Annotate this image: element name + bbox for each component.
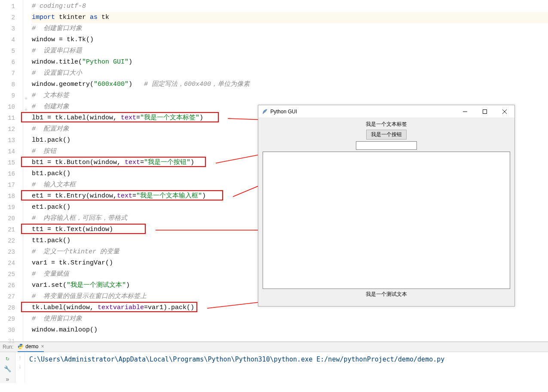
tk-label-var: 我是一个测试文本 <box>258 291 514 298</box>
run-toolwindow-header[interactable]: Run: demo × <box>0 342 548 352</box>
rerun-icon[interactable]: ↻ <box>6 355 9 362</box>
code-editor[interactable]: 12345678910 11121314151617181920 2122232… <box>0 0 548 342</box>
close-tab-icon[interactable]: × <box>41 343 44 349</box>
fold-indicator[interactable]: ⊖ <box>25 93 27 104</box>
tk-button[interactable]: 我是一个按钮 <box>366 130 407 140</box>
tk-entry[interactable] <box>356 141 417 150</box>
console-output[interactable]: C:\Users\Administrator\AppData\Local\Pro… <box>25 352 548 383</box>
tk-feather-icon <box>262 109 268 115</box>
fold-indicator[interactable]: ⊖ <box>25 104 27 115</box>
python-file-icon <box>18 343 24 349</box>
settings-icon[interactable]: 🔧 <box>4 365 11 373</box>
window-body: 我是一个文本标签 我是一个按钮 我是一个测试文本 <box>258 118 514 298</box>
tkinter-window[interactable]: Python GUI 我是一个文本标签 我是一个按钮 我是一个测试文本 <box>258 105 515 307</box>
line-number-gutter: 12345678910 11121314151617181920 2122232… <box>0 0 23 341</box>
maximize-button[interactable] <box>475 105 495 118</box>
down-arrow-icon[interactable]: ↓ <box>18 363 21 370</box>
up-arrow-icon[interactable]: ↑ <box>18 355 21 362</box>
run-toolwindow-body: ↻ 🔧 » ↑ ↓ C:\Users\Administrator\AppData… <box>0 352 548 383</box>
code-comment: # coding:utf-8 <box>32 3 86 10</box>
minimize-button[interactable] <box>455 105 475 118</box>
tk-label: 我是一个文本标签 <box>258 121 514 128</box>
svg-rect-6 <box>483 109 487 113</box>
window-titlebar[interactable]: Python GUI <box>258 105 514 118</box>
svg-point-9 <box>20 344 20 345</box>
tk-text-widget[interactable] <box>263 152 510 289</box>
run-tab-label: demo <box>25 343 38 349</box>
run-tab[interactable]: demo × <box>18 342 44 352</box>
run-nav-gutter: ↑ ↓ <box>15 352 25 383</box>
more-icon[interactable]: » <box>6 376 9 383</box>
close-button[interactable] <box>495 105 514 118</box>
run-action-gutter: ↻ 🔧 » <box>0 352 15 383</box>
svg-point-10 <box>21 348 21 349</box>
window-title: Python GUI <box>270 109 455 115</box>
